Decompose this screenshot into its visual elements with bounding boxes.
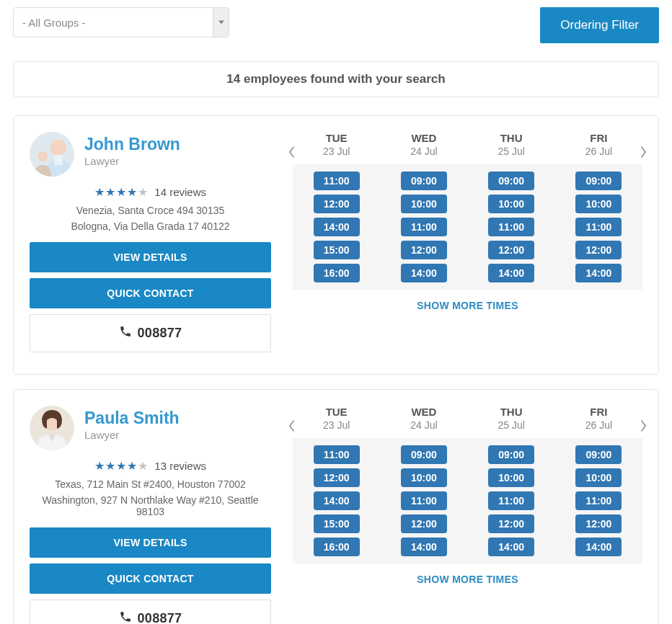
svg-rect-2: [54, 155, 63, 165]
star-icon: ★: [105, 186, 116, 198]
employee-card: John BrownLawyer★★★★★ 14 reviewsVenezia,…: [13, 115, 659, 375]
time-slot[interactable]: 09:00: [488, 171, 534, 190]
phone-button[interactable]: 008877: [30, 600, 271, 624]
quick-contact-button[interactable]: QUICK CONTACT: [30, 563, 271, 594]
ordering-filter-button[interactable]: Ordering Filter: [540, 7, 659, 43]
day-name: FRI: [555, 132, 642, 144]
day-date: 25 Jul: [468, 419, 555, 431]
time-slot[interactable]: 09:00: [488, 445, 534, 464]
time-slot[interactable]: 12:00: [575, 514, 622, 533]
day-name: THU: [468, 406, 555, 418]
reviews-count: 13 reviews: [154, 460, 206, 472]
day-date: 24 Jul: [380, 146, 467, 157]
group-filter-select[interactable]: - All Groups -: [13, 7, 229, 37]
time-slot[interactable]: 14:00: [401, 264, 447, 282]
time-slot[interactable]: 12:00: [488, 514, 534, 533]
day-header: WED24 Jul: [380, 406, 467, 438]
next-dates-button[interactable]: [637, 145, 651, 159]
view-details-button[interactable]: VIEW DETAILS: [30, 527, 271, 558]
rating-row: ★★★★★ 13 reviews: [30, 459, 271, 473]
avatar: [30, 406, 74, 450]
day-date: 26 Jul: [555, 146, 642, 157]
time-slot[interactable]: 14:00: [488, 264, 534, 282]
star-icon: ★: [127, 460, 138, 472]
prev-dates-button[interactable]: [284, 145, 299, 159]
time-slot[interactable]: 11:00: [488, 218, 534, 236]
time-slot[interactable]: 10:00: [401, 468, 447, 487]
day-header: THU25 Jul: [468, 406, 555, 438]
time-slot[interactable]: 12:00: [401, 241, 447, 259]
day-name: WED: [380, 406, 467, 418]
time-slot[interactable]: 12:00: [314, 468, 360, 487]
day-header: TUE23 Jul: [293, 406, 380, 438]
time-slot[interactable]: 11:00: [314, 445, 360, 464]
time-slot[interactable]: 16:00: [314, 264, 360, 282]
group-filter-value: - All Groups -: [14, 17, 213, 29]
time-slot[interactable]: 14:00: [575, 264, 622, 282]
day-header: FRI26 Jul: [555, 132, 642, 164]
day-name: TUE: [293, 406, 380, 418]
avatar: [30, 132, 74, 177]
time-slot[interactable]: 10:00: [575, 468, 622, 487]
employee-location: Washington, 927 N Northlake Way #210, Se…: [30, 494, 271, 517]
employee-card: Paula SmithLawyer★★★★★ 13 reviewsTexas, …: [13, 389, 659, 624]
employee-name[interactable]: Paula Smith: [84, 409, 180, 428]
day-header: TUE23 Jul: [293, 132, 380, 164]
time-slot[interactable]: 10:00: [488, 468, 534, 487]
time-slot[interactable]: 15:00: [314, 241, 360, 259]
day-date: 26 Jul: [555, 419, 642, 431]
time-slot[interactable]: 12:00: [314, 195, 360, 213]
time-slot[interactable]: 09:00: [575, 445, 622, 464]
time-slot[interactable]: 09:00: [575, 171, 622, 190]
time-slot[interactable]: 11:00: [575, 491, 622, 510]
day-name: WED: [380, 132, 467, 144]
time-slot[interactable]: 10:00: [488, 195, 534, 213]
day-header: THU25 Jul: [468, 132, 555, 164]
reviews-count: 14 reviews: [154, 186, 206, 198]
view-details-button[interactable]: VIEW DETAILS: [30, 242, 271, 272]
next-dates-button[interactable]: [637, 419, 651, 433]
time-slot[interactable]: 12:00: [488, 241, 534, 259]
time-slot[interactable]: 11:00: [401, 218, 447, 236]
time-slot[interactable]: 10:00: [401, 195, 447, 213]
phone-button[interactable]: 008877: [30, 314, 271, 352]
time-slot[interactable]: 16:00: [314, 538, 360, 556]
star-icon: ★: [138, 186, 149, 198]
employee-name[interactable]: John Brown: [84, 135, 180, 154]
day-name: FRI: [555, 406, 642, 418]
time-slot[interactable]: 14:00: [575, 538, 622, 556]
star-icon: ★: [116, 186, 127, 198]
rating-row: ★★★★★ 14 reviews: [30, 185, 271, 199]
time-slot[interactable]: 11:00: [401, 491, 447, 510]
day-header: FRI26 Jul: [555, 406, 642, 438]
prev-dates-button[interactable]: [284, 419, 299, 433]
day-date: 23 Jul: [293, 419, 380, 431]
time-slot[interactable]: 14:00: [314, 218, 360, 236]
day-date: 25 Jul: [468, 146, 555, 157]
phone-number: 008877: [138, 326, 182, 341]
time-slot[interactable]: 11:00: [314, 171, 360, 190]
time-slot[interactable]: 11:00: [488, 491, 534, 510]
employee-location: Texas, 712 Main St #2400, Houston 77002: [30, 478, 271, 490]
star-icon: ★: [138, 460, 149, 472]
time-slot[interactable]: 12:00: [575, 241, 622, 259]
time-slot[interactable]: 15:00: [314, 514, 360, 533]
time-slot[interactable]: 09:00: [401, 171, 447, 190]
quick-contact-button[interactable]: QUICK CONTACT: [30, 278, 271, 308]
day-header: WED24 Jul: [380, 132, 467, 164]
time-slot[interactable]: 09:00: [401, 445, 447, 464]
phone-icon: [119, 610, 132, 624]
time-slot[interactable]: 11:00: [575, 218, 622, 236]
time-slot[interactable]: 12:00: [401, 514, 447, 533]
time-slot[interactable]: 14:00: [488, 538, 534, 556]
show-more-times-button[interactable]: SHOW MORE TIMES: [293, 290, 642, 313]
time-slot[interactable]: 14:00: [401, 538, 447, 556]
svg-point-1: [50, 140, 66, 156]
day-name: TUE: [293, 132, 380, 144]
phone-number: 008877: [138, 611, 182, 624]
show-more-times-button[interactable]: SHOW MORE TIMES: [293, 563, 642, 587]
time-slot[interactable]: 14:00: [314, 491, 360, 510]
time-slot[interactable]: 10:00: [575, 195, 622, 213]
slots-grid: 11:0012:0014:0015:0016:0009:0010:0011:00…: [293, 164, 642, 290]
star-icon: ★: [105, 460, 116, 472]
